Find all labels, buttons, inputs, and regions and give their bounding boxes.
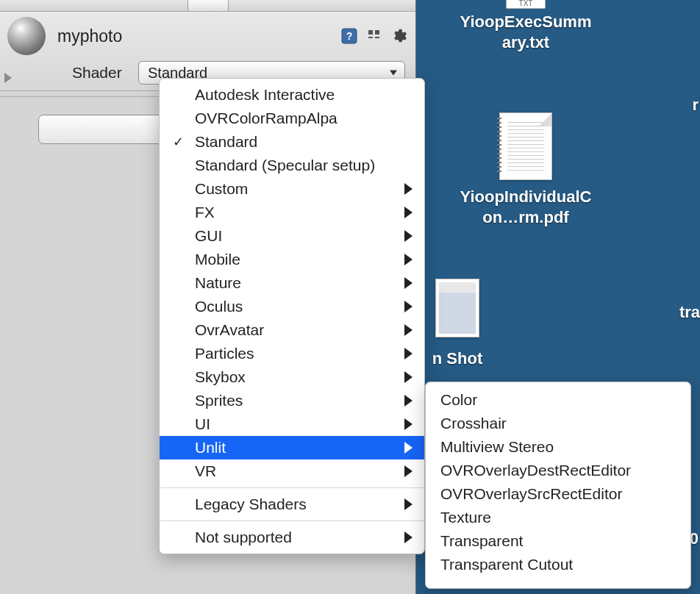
chevron-right-icon xyxy=(404,277,413,289)
material-name[interactable]: myphoto xyxy=(57,26,340,46)
shader-menu-item[interactable]: Custom xyxy=(160,177,424,201)
shader-menu-item[interactable]: VR xyxy=(160,459,424,483)
desktop-file-pdf[interactable]: YioopIndividualCon…rm.pdf xyxy=(460,110,592,227)
svg-rect-2 xyxy=(368,30,373,35)
preset-icon[interactable] xyxy=(365,27,383,45)
menu-item-label: Nature xyxy=(195,274,241,292)
unlit-submenu: ColorCrosshairMultiview StereoOVROverlay… xyxy=(425,382,691,589)
shader-menu-item[interactable]: Skybox xyxy=(160,365,424,389)
chevron-right-icon xyxy=(404,324,413,336)
chevron-right-icon xyxy=(404,230,413,242)
chevron-right-icon xyxy=(404,418,413,430)
help-icon[interactable]: ? xyxy=(340,27,358,45)
desktop-file-label: YioopExecSummary.txt xyxy=(460,12,592,52)
menu-item-label: Autodesk Interactive xyxy=(195,86,335,104)
expand-arrow-icon[interactable] xyxy=(4,73,12,83)
menu-item-label: OvrAvatar xyxy=(195,321,264,339)
shader-menu-item[interactable]: GUI xyxy=(160,224,424,248)
unlit-submenu-item[interactable]: Multiview Stereo xyxy=(426,435,690,459)
check-icon: ✓ xyxy=(173,134,184,150)
menu-item-label: Particles xyxy=(195,345,254,362)
shader-menu-item[interactable]: Nature xyxy=(160,271,424,295)
material-preview-sphere xyxy=(7,17,46,55)
shader-menu-item[interactable]: ✓Standard xyxy=(160,130,424,154)
svg-text:?: ? xyxy=(346,30,353,42)
partial-text: tra xyxy=(679,303,700,322)
chevron-right-icon xyxy=(404,498,413,510)
menu-item-label: GUI xyxy=(195,227,222,245)
chevron-right-icon xyxy=(404,183,413,195)
screenshot-file-icon xyxy=(435,279,479,337)
shader-menu-item[interactable]: UI xyxy=(160,412,424,436)
shader-menu: Autodesk InteractiveOVRColorRampAlpa✓Sta… xyxy=(159,78,425,554)
chevron-right-icon xyxy=(404,301,413,312)
partial-text: r xyxy=(692,96,699,115)
menu-item-label: Skybox xyxy=(195,368,246,386)
menu-item-label: FX xyxy=(195,204,215,221)
unlit-submenu-item[interactable]: Crosshair xyxy=(426,412,690,435)
chevron-right-icon xyxy=(404,532,413,543)
menu-item-label: UI xyxy=(195,415,210,433)
menu-item-label: Mobile xyxy=(195,251,240,268)
pdf-file-icon xyxy=(499,112,552,180)
shader-menu-item[interactable]: Unlit xyxy=(160,436,424,459)
shader-menu-item[interactable]: Not supported xyxy=(160,526,424,549)
shader-menu-item[interactable]: OvrAvatar xyxy=(160,318,424,342)
menu-item-label: Not supported xyxy=(195,529,292,546)
shader-menu-item[interactable]: Mobile xyxy=(160,248,424,271)
shader-menu-item[interactable]: OVRColorRampAlpa xyxy=(160,107,424,130)
shader-menu-item[interactable]: Legacy Shaders xyxy=(160,493,424,516)
menu-item-label: Oculus xyxy=(195,298,243,315)
menu-item-label: Standard xyxy=(195,133,257,151)
menu-item-label: VR xyxy=(195,462,216,480)
desktop-file-txt[interactable]: TXT YioopExecSummary.txt xyxy=(460,0,592,52)
menu-separator xyxy=(160,487,424,488)
menu-separator xyxy=(160,520,424,521)
chevron-right-icon xyxy=(404,207,413,218)
shader-menu-item[interactable]: Standard (Specular setup) xyxy=(160,154,424,177)
chevron-right-icon xyxy=(404,348,413,359)
chevron-right-icon xyxy=(404,254,413,265)
unlit-submenu-item[interactable]: Texture xyxy=(426,506,690,529)
menu-item-label: Sprites xyxy=(195,392,243,409)
unlit-submenu-item[interactable]: Color xyxy=(426,388,690,412)
svg-rect-4 xyxy=(368,37,373,38)
unlit-submenu-item[interactable]: Transparent Cutout xyxy=(426,553,690,576)
chevron-down-icon xyxy=(390,71,397,76)
unlit-submenu-item[interactable]: Transparent xyxy=(426,529,690,553)
menu-item-label: Standard (Specular setup) xyxy=(195,157,375,174)
desktop-file-label: YioopIndividualCon…rm.pdf xyxy=(460,187,592,227)
shader-menu-item[interactable]: FX xyxy=(160,201,424,224)
shader-menu-item[interactable]: Autodesk Interactive xyxy=(160,83,424,107)
chevron-right-icon xyxy=(404,442,413,454)
shader-menu-item[interactable]: Sprites xyxy=(160,389,424,412)
top-tab-handle[interactable] xyxy=(188,0,229,12)
chevron-right-icon xyxy=(404,371,413,383)
shader-menu-item[interactable]: Oculus xyxy=(160,295,424,318)
svg-rect-3 xyxy=(375,30,379,35)
chevron-right-icon xyxy=(404,395,413,407)
desktop-file-label: n Shot xyxy=(432,348,482,369)
unlit-submenu-item[interactable]: OVROverlaySrcRectEditor xyxy=(426,482,690,506)
chevron-right-icon xyxy=(404,465,413,477)
menu-item-label: Legacy Shaders xyxy=(195,495,307,513)
shader-menu-item[interactable]: Particles xyxy=(160,342,424,365)
txt-file-icon: TXT xyxy=(506,0,546,9)
menu-item-label: Custom xyxy=(195,180,248,198)
gear-icon[interactable] xyxy=(390,27,408,45)
unlit-submenu-item[interactable]: OVROverlayDestRectEditor xyxy=(426,459,690,482)
svg-rect-5 xyxy=(375,37,379,38)
menu-item-label: OVRColorRampAlpa xyxy=(195,110,338,127)
inspector-top-bar xyxy=(0,0,415,12)
menu-item-label: Unlit xyxy=(195,439,226,457)
shader-field-label: Shader xyxy=(72,64,138,82)
